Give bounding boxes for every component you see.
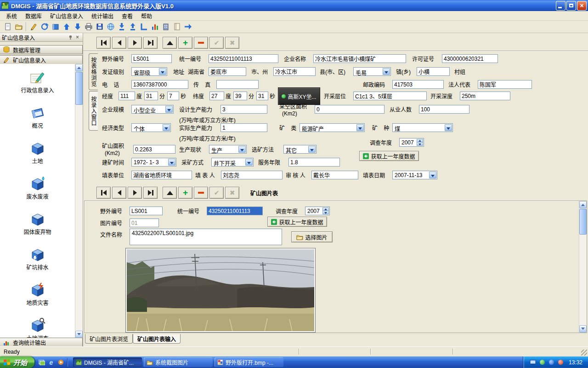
pin-icon[interactable] — [67, 34, 74, 41]
dressing-method-combo[interactable]: 其它 — [283, 145, 317, 154]
refresh-button[interactable] — [39, 21, 50, 32]
nav-edit-button[interactable] — [163, 37, 177, 49]
sidebar-item-geo-hazard[interactable]: 地质灾害 — [10, 282, 65, 306]
tab-table-browse[interactable]: 按表格浏览 — [89, 53, 98, 90]
pic-nav-next-button[interactable] — [128, 187, 142, 199]
gauss-xy-button[interactable]: 高斯XY坐... — [278, 87, 320, 105]
pic-fetch-previous-year-button[interactable]: 获取上一年度数据 — [267, 217, 327, 227]
license-input[interactable] — [442, 54, 498, 63]
mining-depth-input[interactable] — [460, 92, 510, 100]
pic-nav-cancel-button[interactable]: ✖ — [225, 187, 239, 199]
media-player-icon[interactable] — [57, 359, 64, 366]
fetch-previous-year-button[interactable]: 获取上一年度数据 — [359, 151, 419, 161]
lon-min-input[interactable] — [144, 92, 158, 100]
menu-help[interactable]: 帮助 — [137, 11, 156, 21]
design-capacity-input[interactable] — [220, 105, 267, 114]
nav-last-button[interactable] — [143, 37, 158, 49]
chart-button[interactable] — [149, 21, 160, 32]
dropdown-arrow-icon[interactable] — [445, 124, 452, 131]
tray-display-icon[interactable] — [530, 359, 537, 366]
dropdown-arrow-icon[interactable] — [238, 146, 246, 153]
lat-sec-input[interactable] — [256, 92, 268, 100]
nav-first-button[interactable] — [96, 37, 111, 49]
menu-statistics-output[interactable]: 统计输出 — [87, 11, 118, 21]
dropdown-arrow-icon[interactable] — [383, 68, 390, 75]
menu-database[interactable]: 数据库 — [21, 11, 46, 21]
taskbar-task-bmp[interactable]: 野外版打开.bmp -... — [215, 357, 283, 367]
globe-button[interactable] — [105, 21, 116, 32]
town-input[interactable] — [417, 67, 450, 76]
nav-cancel-button[interactable]: ✖ — [225, 37, 239, 49]
fax-input[interactable] — [216, 80, 259, 89]
pic-nav-post-button[interactable]: ✔ — [209, 187, 224, 199]
pic-nav-edit-button[interactable] — [163, 187, 177, 199]
pic-nav-last-button[interactable] — [143, 187, 158, 199]
picture-panel-scrollbar[interactable] — [579, 201, 587, 333]
survey-year-spinner[interactable]: 2007 — [399, 138, 424, 147]
print-button[interactable] — [83, 21, 94, 32]
dropdown-arrow-icon[interactable] — [245, 159, 253, 166]
goaf-area-input[interactable] — [315, 105, 384, 114]
edit-button[interactable] — [28, 21, 39, 32]
book-button[interactable] — [50, 21, 61, 32]
nav-insert-button[interactable]: + — [178, 37, 192, 49]
sidebar-item-overview[interactable]: 概况 — [10, 105, 65, 129]
dropdown-arrow-icon[interactable] — [356, 124, 364, 131]
taskbar-task-dmgis[interactable]: DMGIS - 湖南省矿... — [73, 357, 142, 367]
sidebar-item-solid-waste[interactable]: 固体废弃物 — [10, 211, 65, 236]
service-years-input[interactable] — [288, 158, 340, 167]
nav-post-button[interactable]: ✔ — [209, 37, 224, 49]
sidebar-group-query-output[interactable]: 查询统计输出 — [0, 338, 83, 347]
sidebar-item-mine-drainage[interactable]: 矿坑排水 — [10, 247, 65, 271]
tray-security-icon[interactable] — [557, 359, 564, 366]
import-button[interactable] — [61, 21, 72, 32]
pic-survey-year-spinner[interactable]: 2007 — [305, 207, 330, 215]
field-no-input[interactable] — [131, 54, 172, 63]
pic-unified-no-input[interactable] — [207, 207, 263, 215]
pic-field-no-input[interactable] — [130, 207, 163, 215]
menu-system[interactable]: 系统 — [2, 11, 21, 21]
tab-picture-browse[interactable]: 矿山图片表浏览 — [85, 334, 133, 344]
scrollbar-thumb[interactable] — [75, 72, 83, 105]
pic-nav-delete-button[interactable] — [194, 187, 208, 199]
mining-method-combo[interactable]: 井下开采 — [211, 158, 254, 167]
nav-delete-button[interactable] — [194, 37, 208, 49]
dropdown-arrow-icon[interactable] — [163, 124, 170, 131]
tray-volume-icon[interactable] — [548, 359, 555, 366]
new-document-button[interactable] — [2, 21, 13, 32]
exit-button[interactable] — [182, 21, 193, 32]
spin-down-icon[interactable] — [322, 211, 329, 214]
fill-date-combo[interactable]: 2007-11-13 — [392, 171, 437, 179]
download-button[interactable] — [116, 21, 127, 32]
county-combo[interactable]: 毛易 — [353, 67, 391, 76]
spin-down-icon[interactable] — [417, 142, 423, 146]
dropdown-arrow-icon[interactable] — [429, 172, 436, 178]
scroll-down-button[interactable] — [75, 331, 83, 338]
company-input[interactable] — [313, 54, 406, 63]
tab-entry-window[interactable]: 按录入窗口 — [89, 91, 98, 131]
pic-nav-insert-button[interactable]: + — [178, 187, 192, 199]
phone-input[interactable] — [131, 80, 188, 89]
production-status-combo[interactable]: 生产 — [209, 145, 247, 154]
tray-messenger-icon[interactable] — [539, 359, 546, 366]
sidebar-item-land[interactable]: 土地 — [10, 140, 65, 165]
scroll-down-button[interactable] — [579, 325, 587, 333]
pic-nav-first-button[interactable] — [96, 187, 111, 199]
panel-close-icon[interactable]: × — [74, 34, 81, 41]
building-button[interactable] — [160, 21, 171, 32]
export-button[interactable] — [72, 21, 83, 32]
choose-picture-button[interactable]: 选择图片 — [291, 231, 333, 242]
taskbar-clock[interactable]: 13:32 — [569, 359, 582, 366]
dropdown-arrow-icon[interactable] — [308, 146, 316, 153]
legal-rep-input[interactable] — [478, 80, 532, 89]
tab-picture-input[interactable]: 矿山图片表输入 — [133, 334, 181, 344]
nav-next-button[interactable] — [128, 37, 142, 49]
dropdown-arrow-icon[interactable] — [165, 106, 173, 113]
sidebar-group-mine-entry[interactable]: 矿山信息录入 — [0, 55, 83, 64]
auditor-input[interactable] — [311, 171, 358, 179]
notebook-button[interactable] — [171, 21, 182, 32]
scale-combo[interactable]: 小型企业 — [131, 105, 174, 114]
resize-grip[interactable] — [581, 350, 587, 356]
close-button[interactable]: × — [577, 1, 587, 11]
employees-input[interactable] — [419, 105, 469, 114]
